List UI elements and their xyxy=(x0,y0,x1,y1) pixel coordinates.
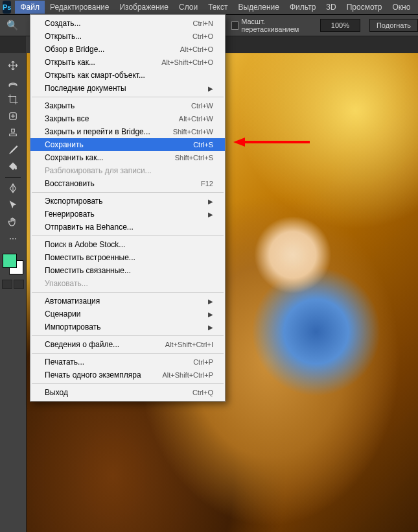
menu-item[interactable]: Генерировать▶ xyxy=(30,208,225,221)
menu-с[interactable]: С xyxy=(415,1,418,14)
menu-item-label: Разблокировать для записи... xyxy=(45,166,152,175)
menu-shortcut: Ctrl+W xyxy=(191,102,213,110)
menu-текст[interactable]: Текст xyxy=(203,1,233,14)
menu-separator xyxy=(32,192,224,193)
menu-item[interactable]: ЗакрытьCtrl+W xyxy=(30,99,225,112)
submenu-arrow-icon: ▶ xyxy=(208,85,213,92)
menu-item[interactable]: Печать одного экземпляраAlt+Shift+Ctrl+P xyxy=(30,369,225,381)
menu-shortcut: Ctrl+O xyxy=(192,32,213,40)
menu-item-label: Экспортировать xyxy=(45,197,103,206)
menu-слои[interactable]: Слои xyxy=(174,1,203,14)
menu-item[interactable]: Последние документы▶ xyxy=(30,82,225,95)
menu-item-label: Выход xyxy=(45,388,68,397)
menu-item-label: Поместить связанные... xyxy=(45,266,131,275)
menu-separator xyxy=(32,335,224,336)
menubar: Ps ФайлРедактированиеИзображениеСлоиТекс… xyxy=(0,0,418,15)
menu-shortcut: Alt+Shift+Ctrl+I xyxy=(165,341,213,348)
menu-item[interactable]: Закрыть всеAlt+Ctrl+W xyxy=(30,112,225,125)
quick-mask-toggles xyxy=(2,280,24,289)
menu-3d[interactable]: 3D xyxy=(321,1,341,14)
more-tools[interactable]: ⋯ xyxy=(4,231,22,247)
menu-shortcut: Ctrl+Q xyxy=(192,389,213,396)
fit-screen-button[interactable]: Подогнать xyxy=(369,19,418,32)
menu-item[interactable]: Сценарии▶ xyxy=(30,308,225,320)
menu-item[interactable]: Экспортировать▶ xyxy=(30,195,225,208)
menu-shortcut: Alt+Shift+Ctrl+O xyxy=(161,58,213,66)
zoom-level-field[interactable]: 100% xyxy=(320,19,360,32)
menu-shortcut: Alt+Ctrl+W xyxy=(179,115,213,123)
scrubby-zoom-checkbox[interactable]: Масшт. перетаскиванием xyxy=(231,18,311,33)
menu-item-label: Отправить на Behance... xyxy=(45,223,134,232)
menu-shortcut: Shift+Ctrl+S xyxy=(175,154,213,162)
standard-mode-icon[interactable] xyxy=(2,280,12,289)
menu-фильтр[interactable]: Фильтр xyxy=(284,1,321,14)
healing-brush-tool[interactable] xyxy=(4,108,22,124)
menu-редактирование[interactable]: Редактирование xyxy=(45,1,114,14)
menu-item-label: Импортировать xyxy=(45,322,100,332)
quick-mask-icon[interactable] xyxy=(14,280,24,289)
menu-item-label: Печатать... xyxy=(45,357,84,367)
menu-просмотр[interactable]: Просмотр xyxy=(342,1,388,14)
color-swatches[interactable] xyxy=(3,254,23,274)
menu-separator xyxy=(32,97,224,97)
menu-item[interactable]: ВосстановитьF12 xyxy=(30,177,225,190)
checkbox-icon xyxy=(231,21,238,30)
menu-item-label: Закрыть все xyxy=(45,114,89,123)
menu-item[interactable]: Поместить встроенные... xyxy=(30,251,225,264)
stamp-tool[interactable] xyxy=(4,125,22,141)
crop-tool[interactable] xyxy=(4,91,22,107)
menu-item-label: Создать... xyxy=(45,19,81,28)
menu-файл[interactable]: Файл xyxy=(15,1,45,14)
menu-item-label: Сохранить xyxy=(45,140,84,149)
menu-выделение[interactable]: Выделение xyxy=(233,1,284,14)
hand-tool[interactable] xyxy=(4,214,22,230)
app-logo: Ps xyxy=(3,1,11,14)
menu-item[interactable]: Сведения о файле...Alt+Shift+Ctrl+I xyxy=(30,338,225,351)
toolbar: ⋯ xyxy=(0,53,27,532)
menu-item[interactable]: Открыть как...Alt+Shift+Ctrl+O xyxy=(30,56,225,69)
menu-item-label: Обзор в Bridge... xyxy=(45,45,104,54)
menu-item-label: Закрыть xyxy=(45,101,75,110)
menu-item-label: Поиск в Adobe Stock... xyxy=(45,240,125,249)
menu-item-label: Сведения о файле... xyxy=(45,340,119,349)
menu-item-label: Открыть как смарт-объект... xyxy=(45,71,145,80)
menu-item[interactable]: Сохранить как...Shift+Ctrl+S xyxy=(30,151,225,164)
menu-item[interactable]: Отправить на Behance... xyxy=(30,221,225,234)
submenu-arrow-icon: ▶ xyxy=(208,324,213,331)
menu-separator xyxy=(32,292,224,293)
menu-item[interactable]: Создать...Ctrl+N xyxy=(30,17,225,30)
lasso-tool[interactable] xyxy=(4,75,22,90)
menu-item[interactable]: Открыть как смарт-объект... xyxy=(30,69,225,82)
menu-shortcut: Alt+Ctrl+O xyxy=(180,45,213,53)
menu-item-label: Печать одного экземпляра xyxy=(45,370,141,380)
menu-item[interactable]: Открыть...Ctrl+O xyxy=(30,30,225,43)
menu-item[interactable]: Закрыть и перейти в Bridge...Shift+Ctrl+… xyxy=(30,125,225,138)
menu-item[interactable]: Импортировать▶ xyxy=(30,320,225,333)
menu-item-label: Последние документы xyxy=(45,84,126,93)
foreground-color-swatch[interactable] xyxy=(3,254,17,268)
menu-item[interactable]: Печатать...Ctrl+P xyxy=(30,356,225,369)
menu-изображение[interactable]: Изображение xyxy=(114,1,174,14)
menu-item[interactable]: СохранитьCtrl+S xyxy=(30,138,225,151)
menu-separator xyxy=(32,353,224,354)
menu-item[interactable]: Автоматизация▶ xyxy=(30,295,225,308)
annotation-arrow-icon xyxy=(233,136,311,149)
search-icon[interactable]: 🔍 xyxy=(6,19,19,31)
menu-shortcut: Ctrl+P xyxy=(193,358,213,366)
bucket-tool[interactable] xyxy=(4,159,22,175)
menu-shortcut: Alt+Shift+Ctrl+P xyxy=(162,371,213,379)
pen-tool[interactable] xyxy=(4,180,22,196)
menu-окно[interactable]: Окно xyxy=(387,1,415,14)
move-tool[interactable] xyxy=(4,58,22,73)
scrubby-zoom-label: Масшт. перетаскиванием xyxy=(241,18,311,33)
menu-item[interactable]: Поиск в Adobe Stock... xyxy=(30,238,225,251)
menu-item[interactable]: Поместить связанные... xyxy=(30,264,225,277)
menu-item[interactable]: Обзор в Bridge...Alt+Ctrl+O xyxy=(30,43,225,56)
menu-item: Разблокировать для записи... xyxy=(30,164,225,177)
menu-item: Упаковать... xyxy=(30,277,225,290)
menu-item[interactable]: ВыходCtrl+Q xyxy=(30,386,225,399)
brush-tool[interactable] xyxy=(4,142,22,158)
path-select-tool[interactable] xyxy=(4,197,22,213)
menu-separator xyxy=(32,236,224,236)
menu-shortcut: Ctrl+N xyxy=(193,19,213,27)
